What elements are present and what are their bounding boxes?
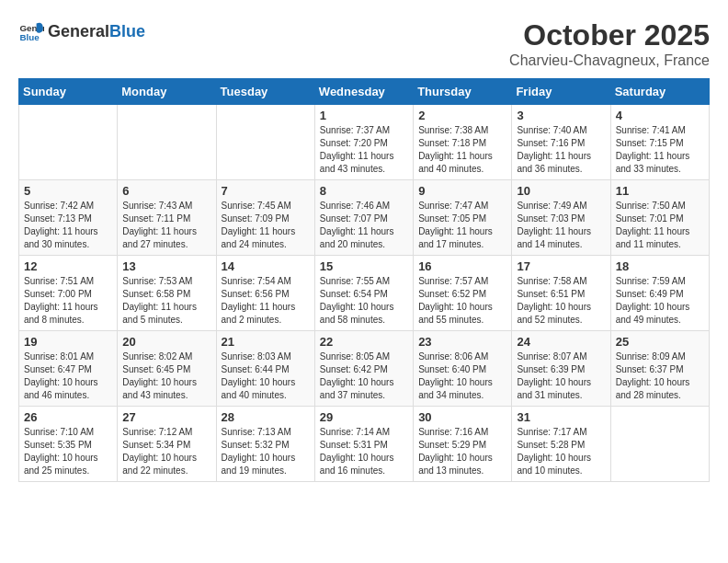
day-number: 19 [24,335,112,349]
calendar-cell: 18Sunrise: 7:59 AM Sunset: 6:49 PM Dayli… [610,256,709,331]
calendar-cell: 20Sunrise: 8:02 AM Sunset: 6:45 PM Dayli… [118,331,216,407]
calendar-cell: 12Sunrise: 7:51 AM Sunset: 7:00 PM Dayli… [19,256,118,331]
day-number: 3 [517,109,605,122]
day-number: 29 [320,410,408,424]
day-info: Sunrise: 7:51 AM Sunset: 7:00 PM Dayligh… [24,275,112,327]
day-info: Sunrise: 8:02 AM Sunset: 6:45 PM Dayligh… [122,350,210,402]
calendar-cell: 1Sunrise: 7:37 AM Sunset: 7:20 PM Daylig… [314,105,413,180]
title-area: October 2025 Charvieu-Chavagneux, France [509,18,710,69]
calendar: SundayMondayTuesdayWednesdayThursdayFrid… [18,78,710,482]
calendar-cell: 10Sunrise: 7:49 AM Sunset: 7:03 PM Dayli… [512,180,610,256]
day-info: Sunrise: 8:09 AM Sunset: 6:37 PM Dayligh… [616,350,704,402]
day-number: 26 [24,410,112,424]
day-number: 28 [222,410,310,424]
day-info: Sunrise: 7:47 AM Sunset: 7:05 PM Dayligh… [418,200,506,251]
calendar-cell: 5Sunrise: 7:42 AM Sunset: 7:13 PM Daylig… [19,180,118,256]
calendar-cell: 26Sunrise: 7:10 AM Sunset: 5:35 PM Dayli… [19,407,118,482]
day-info: Sunrise: 7:54 AM Sunset: 6:56 PM Dayligh… [222,275,310,327]
day-number: 30 [418,410,506,424]
day-number: 11 [616,184,704,198]
month-title: October 2025 [509,18,710,52]
day-info: Sunrise: 8:06 AM Sunset: 6:40 PM Dayligh… [418,350,506,402]
day-info: Sunrise: 7:16 AM Sunset: 5:29 PM Dayligh… [418,426,506,477]
day-number: 6 [122,184,210,198]
day-number: 20 [122,335,210,349]
day-info: Sunrise: 7:53 AM Sunset: 6:58 PM Dayligh… [122,275,210,327]
day-info: Sunrise: 8:07 AM Sunset: 6:39 PM Dayligh… [517,350,605,402]
weekday-header-thursday: Thursday [414,79,512,105]
day-info: Sunrise: 8:01 AM Sunset: 6:47 PM Dayligh… [24,350,112,402]
calendar-cell: 21Sunrise: 8:03 AM Sunset: 6:44 PM Dayli… [216,331,314,407]
day-number: 1 [320,109,408,122]
day-info: Sunrise: 7:55 AM Sunset: 6:54 PM Dayligh… [320,275,408,327]
day-number: 31 [517,410,605,424]
day-number: 5 [24,184,112,198]
location-title: Charvieu-Chavagneux, France [509,52,710,69]
day-info: Sunrise: 7:42 AM Sunset: 7:13 PM Dayligh… [24,200,112,251]
weekday-header-row: SundayMondayTuesdayWednesdayThursdayFrid… [19,79,710,105]
day-number: 2 [418,109,506,122]
calendar-cell [19,105,118,180]
day-info: Sunrise: 7:43 AM Sunset: 7:11 PM Dayligh… [122,200,210,251]
day-number: 13 [122,259,210,273]
day-number: 21 [222,335,310,349]
calendar-cell: 11Sunrise: 7:50 AM Sunset: 7:01 PM Dayli… [610,180,709,256]
day-number: 25 [616,335,704,349]
day-number: 14 [222,259,310,273]
day-number: 18 [616,259,704,273]
day-number: 4 [616,109,704,122]
calendar-cell: 22Sunrise: 8:05 AM Sunset: 6:42 PM Dayli… [314,331,413,407]
logo-blue-text: Blue [109,22,145,41]
calendar-cell: 14Sunrise: 7:54 AM Sunset: 6:56 PM Dayli… [216,256,314,331]
calendar-cell: 2Sunrise: 7:38 AM Sunset: 7:18 PM Daylig… [414,105,512,180]
calendar-cell: 16Sunrise: 7:57 AM Sunset: 6:52 PM Dayli… [414,256,512,331]
calendar-cell: 4Sunrise: 7:41 AM Sunset: 7:15 PM Daylig… [610,105,709,180]
week-row-1: 1Sunrise: 7:37 AM Sunset: 7:20 PM Daylig… [19,105,710,180]
day-number: 17 [517,259,605,273]
day-info: Sunrise: 7:10 AM Sunset: 5:35 PM Dayligh… [24,426,112,477]
calendar-cell: 9Sunrise: 7:47 AM Sunset: 7:05 PM Daylig… [414,180,512,256]
day-info: Sunrise: 7:46 AM Sunset: 7:07 PM Dayligh… [320,200,408,251]
day-number: 7 [222,184,310,198]
day-info: Sunrise: 7:38 AM Sunset: 7:18 PM Dayligh… [418,124,506,176]
calendar-cell: 7Sunrise: 7:45 AM Sunset: 7:09 PM Daylig… [216,180,314,256]
week-row-2: 5Sunrise: 7:42 AM Sunset: 7:13 PM Daylig… [19,180,710,256]
day-info: Sunrise: 8:03 AM Sunset: 6:44 PM Dayligh… [222,350,310,402]
weekday-header-friday: Friday [512,79,610,105]
calendar-cell: 27Sunrise: 7:12 AM Sunset: 5:34 PM Dayli… [118,407,216,482]
weekday-header-tuesday: Tuesday [216,79,314,105]
logo: General Blue GeneralBlue [18,18,145,44]
weekday-header-wednesday: Wednesday [314,79,413,105]
calendar-cell: 6Sunrise: 7:43 AM Sunset: 7:11 PM Daylig… [118,180,216,256]
day-info: Sunrise: 7:12 AM Sunset: 5:34 PM Dayligh… [122,426,210,477]
calendar-cell: 24Sunrise: 8:07 AM Sunset: 6:39 PM Dayli… [512,331,610,407]
svg-text:Blue: Blue [19,32,40,42]
day-info: Sunrise: 7:45 AM Sunset: 7:09 PM Dayligh… [222,200,310,251]
header: General Blue GeneralBlue October 2025 Ch… [18,18,710,69]
day-number: 10 [517,184,605,198]
day-number: 15 [320,259,408,273]
day-info: Sunrise: 7:13 AM Sunset: 5:32 PM Dayligh… [222,426,310,477]
day-number: 16 [418,259,506,273]
calendar-cell: 25Sunrise: 8:09 AM Sunset: 6:37 PM Dayli… [610,331,709,407]
calendar-cell: 30Sunrise: 7:16 AM Sunset: 5:29 PM Dayli… [414,407,512,482]
weekday-header-monday: Monday [118,79,216,105]
day-number: 27 [122,410,210,424]
day-info: Sunrise: 7:40 AM Sunset: 7:16 PM Dayligh… [517,124,605,176]
calendar-cell: 29Sunrise: 7:14 AM Sunset: 5:31 PM Dayli… [314,407,413,482]
day-info: Sunrise: 7:14 AM Sunset: 5:31 PM Dayligh… [320,426,408,477]
weekday-header-saturday: Saturday [610,79,709,105]
day-number: 12 [24,259,112,273]
day-info: Sunrise: 7:37 AM Sunset: 7:20 PM Dayligh… [320,124,408,176]
calendar-cell [118,105,216,180]
calendar-cell: 17Sunrise: 7:58 AM Sunset: 6:51 PM Dayli… [512,256,610,331]
day-info: Sunrise: 7:49 AM Sunset: 7:03 PM Dayligh… [517,200,605,251]
calendar-cell: 8Sunrise: 7:46 AM Sunset: 7:07 PM Daylig… [314,180,413,256]
calendar-cell: 23Sunrise: 8:06 AM Sunset: 6:40 PM Dayli… [414,331,512,407]
day-number: 23 [418,335,506,349]
calendar-cell [610,407,709,482]
day-number: 24 [517,335,605,349]
day-info: Sunrise: 7:58 AM Sunset: 6:51 PM Dayligh… [517,275,605,327]
week-row-3: 12Sunrise: 7:51 AM Sunset: 7:00 PM Dayli… [19,256,710,331]
weekday-header-sunday: Sunday [19,79,118,105]
